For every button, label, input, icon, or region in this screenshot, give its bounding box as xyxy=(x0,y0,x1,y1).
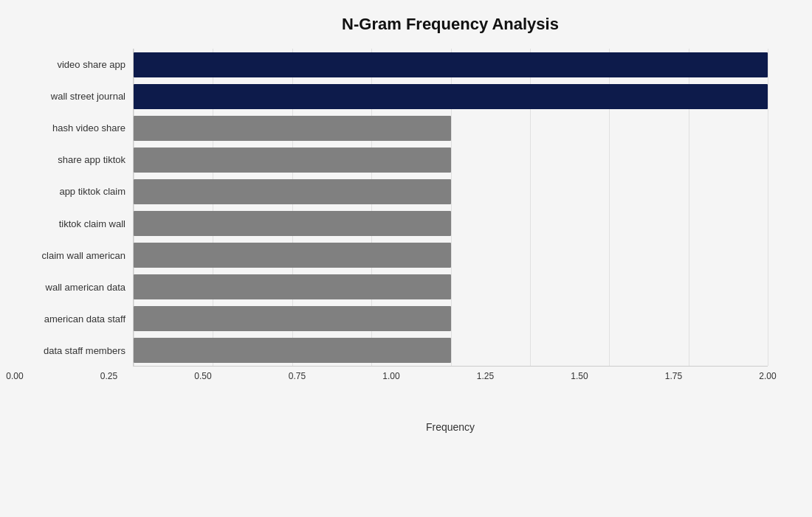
bar xyxy=(134,52,768,77)
y-labels: video share appwall street journalhash v… xyxy=(15,49,133,367)
bar-row xyxy=(134,144,768,176)
bar-row xyxy=(134,49,768,80)
x-axis-label: Frequency xyxy=(15,421,768,433)
bar-row xyxy=(134,239,768,271)
bar-row xyxy=(134,271,768,302)
grid-line xyxy=(768,49,768,366)
x-tick: 2.00 xyxy=(759,371,776,381)
chart-title: N-Gram Frequency Analysis xyxy=(15,15,768,34)
bars-wrapper: video share appwall street journalhash v… xyxy=(15,49,768,367)
bar xyxy=(134,179,451,204)
bar-row xyxy=(134,112,768,144)
x-tick: 0.75 xyxy=(289,371,306,381)
bar-row xyxy=(134,334,768,366)
bar xyxy=(134,274,451,299)
bar-row xyxy=(134,207,768,239)
y-label: claim wall american xyxy=(15,240,133,271)
x-tick: 1.50 xyxy=(571,371,588,381)
y-label: wall street journal xyxy=(15,80,133,112)
bars-plot xyxy=(133,49,768,367)
y-label: wall american data xyxy=(15,271,133,303)
y-label: hash video share xyxy=(15,112,133,144)
bar xyxy=(134,84,768,109)
bar-row xyxy=(134,176,768,207)
bar xyxy=(134,306,451,331)
y-label: data staff members xyxy=(15,335,133,367)
chart-container: N-Gram Frequency Analysis video share ap… xyxy=(0,0,812,517)
x-tick: 0.00 xyxy=(6,371,23,381)
x-axis: 0.000.250.500.751.001.251.501.752.00 xyxy=(15,371,768,400)
bar-row xyxy=(134,302,768,334)
bar xyxy=(134,211,451,236)
x-tick: 1.75 xyxy=(665,371,682,381)
x-tick: 0.50 xyxy=(194,371,211,381)
bar xyxy=(134,148,451,173)
y-label: share app tiktok xyxy=(15,144,133,176)
chart-area: video share appwall street journalhash v… xyxy=(15,49,768,433)
y-label: american data staff xyxy=(15,303,133,335)
bar xyxy=(134,116,451,141)
bar xyxy=(134,243,451,268)
x-tick: 1.00 xyxy=(382,371,399,381)
y-label: app tiktok claim xyxy=(15,176,133,207)
x-tick: 1.25 xyxy=(477,371,494,381)
bar-row xyxy=(134,80,768,112)
y-label: video share app xyxy=(15,49,133,80)
y-label: tiktok claim wall xyxy=(15,207,133,239)
x-tick: 0.25 xyxy=(100,371,117,381)
bar xyxy=(134,338,451,363)
